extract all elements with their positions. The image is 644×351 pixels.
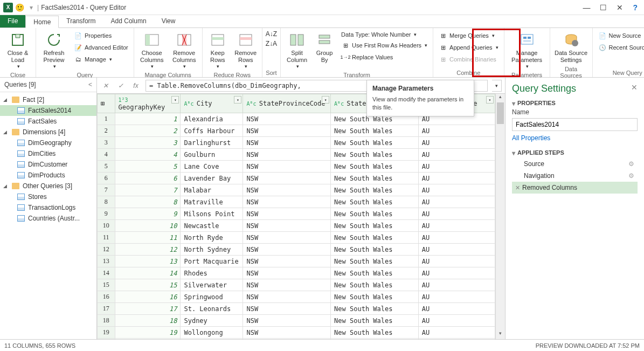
query-item[interactable]: FactSales: [0, 116, 96, 127]
gear-icon[interactable]: ⚙: [628, 160, 634, 168]
all-properties-link[interactable]: All Properties: [512, 134, 638, 142]
applied-step[interactable]: Source⚙: [512, 158, 638, 170]
choose-columns-button[interactable]: Choose Columns▾: [137, 30, 167, 71]
svg-rect-16: [523, 37, 527, 39]
table-select-icon[interactable]: ⊞: [101, 100, 105, 107]
table-row[interactable]: 1717St. LeonardsNSWNew South WalesAU: [98, 303, 495, 315]
replace-values-button[interactable]: 1→2Replace Values: [339, 52, 430, 63]
advanced-editor-button[interactable]: 📝Advanced Editor: [72, 42, 130, 53]
settings-close-icon[interactable]: ✕: [631, 83, 638, 94]
query-name-input[interactable]: [512, 118, 638, 131]
applied-steps-header[interactable]: APPLIED STEPS: [512, 149, 638, 156]
manage-parameters-button[interactable]: Manage Parameters▾: [508, 30, 546, 71]
append-queries-button[interactable]: ⊞Append Queries▾: [437, 42, 501, 53]
tab-home[interactable]: Home: [25, 16, 59, 28]
query-item[interactable]: DimCities: [0, 148, 96, 159]
table-row[interactable]: 1414RhodesNSWNew South WalesAU: [98, 267, 495, 279]
query-item[interactable]: Stores: [0, 191, 96, 202]
column-header[interactable]: Aᴮc StateProvinceCode▾: [243, 94, 331, 113]
formula-dropdown[interactable]: ▾: [492, 80, 502, 92]
sort-desc-button[interactable]: Z↓A: [266, 40, 277, 47]
tab-file[interactable]: File: [0, 15, 25, 27]
query-item[interactable]: DimGeography: [0, 137, 96, 148]
svg-rect-11: [290, 35, 296, 45]
data-source-settings-button[interactable]: Data Source Settings: [553, 30, 589, 65]
data-type-button[interactable]: Data Type: Whole Number▾: [339, 30, 430, 39]
svg-rect-14: [319, 40, 330, 44]
table-row[interactable]: 22Coffs HarbourNSWNew South WalesAU: [98, 125, 495, 137]
table-row[interactable]: 1010NewcastleNSWNew South WalesAU: [98, 220, 495, 232]
split-column-button[interactable]: Split Column▾: [284, 30, 310, 71]
remove-columns-button[interactable]: Remove Columns▾: [170, 30, 199, 71]
query-item[interactable]: DimCustomer: [0, 159, 96, 170]
query-item[interactable]: FactSales2014: [0, 105, 96, 116]
refresh-preview-button[interactable]: Refresh Preview▾: [39, 30, 68, 71]
tab-add-column[interactable]: Add Column: [103, 15, 154, 27]
recent-sources-button[interactable]: 🕓Recent Sources▾: [596, 42, 644, 53]
svg-rect-10: [240, 37, 252, 40]
tab-view[interactable]: View: [154, 15, 183, 27]
table-row[interactable]: 1515SilverwaterNSWNew South WalesAU: [98, 279, 495, 291]
keep-rows-button[interactable]: Keep Rows▾: [206, 30, 230, 71]
group-by-button[interactable]: Group By: [313, 30, 336, 65]
new-source-button[interactable]: 📄New Source▾: [596, 30, 644, 41]
merge-queries-button[interactable]: ⊞Merge Queries▾: [437, 30, 501, 41]
excel-icon: X: [3, 3, 13, 12]
table-row[interactable]: 1616SpringwoodNSWNew South WalesAU: [98, 291, 495, 303]
maximize-button[interactable]: ☐: [600, 3, 607, 12]
properties-button[interactable]: 📄Properties: [72, 30, 130, 41]
qat-dropdown[interactable]: ▾: [30, 4, 33, 11]
table-row[interactable]: 1111North RydeNSWNew South WalesAU: [98, 232, 495, 244]
table-row[interactable]: 99Milsons PointNSWNew South WalesAU: [98, 208, 495, 220]
properties-header[interactable]: PROPERTIES: [512, 100, 638, 106]
data-grid[interactable]: ⊞1²3 GeographyKey▾Aᴮc City▾Aᴮc StateProv…: [97, 94, 495, 339]
table-icon: [17, 204, 25, 211]
delete-step-icon[interactable]: ✕: [515, 184, 520, 191]
formula-commit-icon[interactable]: ✓: [115, 82, 126, 90]
close-and-load-button[interactable]: Close & Load▾: [3, 30, 32, 71]
vertical-scrollbar[interactable]: ▴▾: [495, 94, 505, 339]
smiley-icon[interactable]: 🙂: [15, 3, 24, 12]
status-rowcount: 11 COLUMNS, 655 ROWS: [4, 342, 75, 349]
applied-step[interactable]: ✕Removed Columns: [512, 182, 638, 194]
column-header[interactable]: 1²3 GeographyKey▾: [115, 94, 181, 113]
query-item[interactable]: Countries (Austr...: [0, 213, 96, 224]
query-folder[interactable]: ◢Dimensions [4]: [0, 127, 96, 137]
table-row[interactable]: 20: [98, 339, 495, 340]
query-folder[interactable]: ◢Other Queries [3]: [0, 181, 96, 191]
query-item[interactable]: DimProducts: [0, 170, 96, 181]
combine-binaries-button[interactable]: ⊞Combine Binaries: [437, 54, 501, 65]
column-header[interactable]: Aᴮc City▾: [181, 94, 243, 113]
table-row[interactable]: 88MatravilleNSWNew South WalesAU: [98, 196, 495, 208]
table-row[interactable]: 66Lavender BayNSWNew South WalesAU: [98, 173, 495, 184]
formula-cancel-icon[interactable]: ✕: [100, 82, 111, 90]
table-row[interactable]: 1313Port MacquarieNSWNew South WalesAU: [98, 256, 495, 267]
table-row[interactable]: 33DarlinghurstNSWNew South WalesAU: [98, 137, 495, 149]
help-icon[interactable]: ?: [633, 3, 638, 12]
column-filter-icon[interactable]: ▾: [486, 96, 494, 104]
queries-tree: ◢Fact [2]FactSales2014FactSales◢Dimensio…: [0, 92, 96, 226]
applied-step[interactable]: Navigation⚙: [512, 170, 638, 182]
tab-transform[interactable]: Transform: [59, 15, 103, 27]
queries-collapse-icon[interactable]: <: [88, 81, 92, 88]
column-filter-icon[interactable]: ▾: [234, 96, 241, 104]
table-icon: [17, 215, 25, 222]
column-filter-icon[interactable]: ▾: [171, 96, 179, 104]
gear-icon[interactable]: ⚙: [628, 172, 634, 180]
table-row[interactable]: 44GoulburnNSWNew South WalesAU: [98, 149, 495, 161]
table-row[interactable]: 1818SydneyNSWNew South WalesAU: [98, 315, 495, 327]
column-filter-icon[interactable]: ▾: [322, 96, 329, 104]
query-folder[interactable]: ◢Fact [2]: [0, 94, 96, 105]
table-row[interactable]: 1212North SydneyNSWNew South WalesAU: [98, 244, 495, 256]
close-window-button[interactable]: ✕: [617, 3, 623, 12]
first-row-headers-button[interactable]: ⊞Use First Row As Headers▾: [339, 40, 430, 51]
table-row[interactable]: 1919WollongongNSWNew South WalesAU: [98, 327, 495, 339]
table-row[interactable]: 77MalabarNSWNew South WalesAU: [98, 184, 495, 196]
table-row[interactable]: 55Lane CoveNSWNew South WalesAU: [98, 161, 495, 173]
manage-button[interactable]: 🗂Manage▾: [72, 54, 130, 65]
remove-rows-button[interactable]: Remove Rows▾: [233, 30, 259, 71]
sort-asc-button[interactable]: A↓Z: [266, 30, 277, 38]
query-item[interactable]: TransactionLogs: [0, 202, 96, 213]
fx-icon[interactable]: fx: [130, 82, 141, 90]
minimize-button[interactable]: —: [583, 3, 590, 12]
